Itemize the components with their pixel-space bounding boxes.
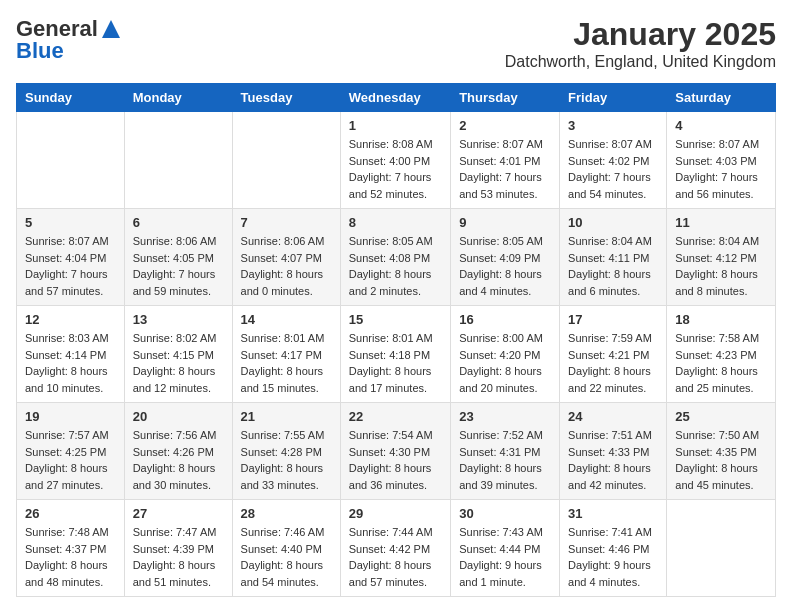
day-number: 17 xyxy=(568,312,658,327)
calendar-week-row: 19Sunrise: 7:57 AMSunset: 4:25 PMDayligh… xyxy=(17,403,776,500)
calendar-cell: 22Sunrise: 7:54 AMSunset: 4:30 PMDayligh… xyxy=(340,403,450,500)
day-info: Sunrise: 8:04 AMSunset: 4:12 PMDaylight:… xyxy=(675,233,767,299)
calendar-cell: 20Sunrise: 7:56 AMSunset: 4:26 PMDayligh… xyxy=(124,403,232,500)
calendar-cell: 1Sunrise: 8:08 AMSunset: 4:00 PMDaylight… xyxy=(340,112,450,209)
day-info: Sunrise: 8:01 AMSunset: 4:18 PMDaylight:… xyxy=(349,330,442,396)
calendar-cell: 28Sunrise: 7:46 AMSunset: 4:40 PMDayligh… xyxy=(232,500,340,597)
day-number: 15 xyxy=(349,312,442,327)
calendar-cell: 27Sunrise: 7:47 AMSunset: 4:39 PMDayligh… xyxy=(124,500,232,597)
day-number: 19 xyxy=(25,409,116,424)
logo-icon xyxy=(100,18,122,40)
day-info: Sunrise: 8:00 AMSunset: 4:20 PMDaylight:… xyxy=(459,330,551,396)
day-info: Sunrise: 7:51 AMSunset: 4:33 PMDaylight:… xyxy=(568,427,658,493)
calendar-cell: 13Sunrise: 8:02 AMSunset: 4:15 PMDayligh… xyxy=(124,306,232,403)
day-number: 30 xyxy=(459,506,551,521)
calendar-week-row: 1Sunrise: 8:08 AMSunset: 4:00 PMDaylight… xyxy=(17,112,776,209)
calendar-cell: 25Sunrise: 7:50 AMSunset: 4:35 PMDayligh… xyxy=(667,403,776,500)
day-number: 3 xyxy=(568,118,658,133)
day-number: 13 xyxy=(133,312,224,327)
calendar-cell: 2Sunrise: 8:07 AMSunset: 4:01 PMDaylight… xyxy=(451,112,560,209)
page-header: General Blue January 2025 Datchworth, En… xyxy=(16,16,776,71)
day-info: Sunrise: 8:03 AMSunset: 4:14 PMDaylight:… xyxy=(25,330,116,396)
calendar-cell: 14Sunrise: 8:01 AMSunset: 4:17 PMDayligh… xyxy=(232,306,340,403)
day-number: 23 xyxy=(459,409,551,424)
calendar-cell: 7Sunrise: 8:06 AMSunset: 4:07 PMDaylight… xyxy=(232,209,340,306)
day-info: Sunrise: 8:05 AMSunset: 4:09 PMDaylight:… xyxy=(459,233,551,299)
calendar-week-row: 5Sunrise: 8:07 AMSunset: 4:04 PMDaylight… xyxy=(17,209,776,306)
weekday-header-row: SundayMondayTuesdayWednesdayThursdayFrid… xyxy=(17,84,776,112)
calendar-table: SundayMondayTuesdayWednesdayThursdayFrid… xyxy=(16,83,776,597)
day-info: Sunrise: 7:46 AMSunset: 4:40 PMDaylight:… xyxy=(241,524,332,590)
day-info: Sunrise: 7:50 AMSunset: 4:35 PMDaylight:… xyxy=(675,427,767,493)
weekday-header-wednesday: Wednesday xyxy=(340,84,450,112)
calendar-cell: 18Sunrise: 7:58 AMSunset: 4:23 PMDayligh… xyxy=(667,306,776,403)
day-number: 18 xyxy=(675,312,767,327)
day-number: 5 xyxy=(25,215,116,230)
calendar-cell: 6Sunrise: 8:06 AMSunset: 4:05 PMDaylight… xyxy=(124,209,232,306)
logo-blue-text: Blue xyxy=(16,38,64,64)
svg-marker-0 xyxy=(102,20,120,38)
day-info: Sunrise: 8:05 AMSunset: 4:08 PMDaylight:… xyxy=(349,233,442,299)
day-number: 2 xyxy=(459,118,551,133)
logo: General Blue xyxy=(16,16,122,64)
day-info: Sunrise: 7:47 AMSunset: 4:39 PMDaylight:… xyxy=(133,524,224,590)
calendar-cell xyxy=(232,112,340,209)
day-number: 20 xyxy=(133,409,224,424)
day-number: 9 xyxy=(459,215,551,230)
calendar-cell: 23Sunrise: 7:52 AMSunset: 4:31 PMDayligh… xyxy=(451,403,560,500)
day-info: Sunrise: 7:43 AMSunset: 4:44 PMDaylight:… xyxy=(459,524,551,590)
day-number: 21 xyxy=(241,409,332,424)
day-info: Sunrise: 7:44 AMSunset: 4:42 PMDaylight:… xyxy=(349,524,442,590)
day-info: Sunrise: 8:08 AMSunset: 4:00 PMDaylight:… xyxy=(349,136,442,202)
calendar-cell: 8Sunrise: 8:05 AMSunset: 4:08 PMDaylight… xyxy=(340,209,450,306)
weekday-header-sunday: Sunday xyxy=(17,84,125,112)
calendar-cell: 10Sunrise: 8:04 AMSunset: 4:11 PMDayligh… xyxy=(560,209,667,306)
day-info: Sunrise: 8:07 AMSunset: 4:02 PMDaylight:… xyxy=(568,136,658,202)
day-info: Sunrise: 7:57 AMSunset: 4:25 PMDaylight:… xyxy=(25,427,116,493)
calendar-cell: 12Sunrise: 8:03 AMSunset: 4:14 PMDayligh… xyxy=(17,306,125,403)
day-number: 29 xyxy=(349,506,442,521)
calendar-cell xyxy=(124,112,232,209)
calendar-cell: 4Sunrise: 8:07 AMSunset: 4:03 PMDaylight… xyxy=(667,112,776,209)
day-info: Sunrise: 8:02 AMSunset: 4:15 PMDaylight:… xyxy=(133,330,224,396)
calendar-cell: 9Sunrise: 8:05 AMSunset: 4:09 PMDaylight… xyxy=(451,209,560,306)
weekday-header-thursday: Thursday xyxy=(451,84,560,112)
day-number: 24 xyxy=(568,409,658,424)
day-number: 16 xyxy=(459,312,551,327)
calendar-cell: 21Sunrise: 7:55 AMSunset: 4:28 PMDayligh… xyxy=(232,403,340,500)
day-number: 12 xyxy=(25,312,116,327)
weekday-header-saturday: Saturday xyxy=(667,84,776,112)
weekday-header-friday: Friday xyxy=(560,84,667,112)
day-number: 27 xyxy=(133,506,224,521)
calendar-week-row: 12Sunrise: 8:03 AMSunset: 4:14 PMDayligh… xyxy=(17,306,776,403)
month-title: January 2025 xyxy=(505,16,776,53)
day-number: 8 xyxy=(349,215,442,230)
day-info: Sunrise: 7:59 AMSunset: 4:21 PMDaylight:… xyxy=(568,330,658,396)
day-number: 7 xyxy=(241,215,332,230)
calendar-cell: 5Sunrise: 8:07 AMSunset: 4:04 PMDaylight… xyxy=(17,209,125,306)
day-info: Sunrise: 8:06 AMSunset: 4:05 PMDaylight:… xyxy=(133,233,224,299)
calendar-cell: 26Sunrise: 7:48 AMSunset: 4:37 PMDayligh… xyxy=(17,500,125,597)
calendar-cell: 3Sunrise: 8:07 AMSunset: 4:02 PMDaylight… xyxy=(560,112,667,209)
calendar-cell: 11Sunrise: 8:04 AMSunset: 4:12 PMDayligh… xyxy=(667,209,776,306)
calendar-cell: 24Sunrise: 7:51 AMSunset: 4:33 PMDayligh… xyxy=(560,403,667,500)
day-info: Sunrise: 8:07 AMSunset: 4:01 PMDaylight:… xyxy=(459,136,551,202)
day-number: 14 xyxy=(241,312,332,327)
calendar-cell: 17Sunrise: 7:59 AMSunset: 4:21 PMDayligh… xyxy=(560,306,667,403)
day-info: Sunrise: 7:48 AMSunset: 4:37 PMDaylight:… xyxy=(25,524,116,590)
calendar-week-row: 26Sunrise: 7:48 AMSunset: 4:37 PMDayligh… xyxy=(17,500,776,597)
day-info: Sunrise: 7:56 AMSunset: 4:26 PMDaylight:… xyxy=(133,427,224,493)
calendar-cell: 29Sunrise: 7:44 AMSunset: 4:42 PMDayligh… xyxy=(340,500,450,597)
title-block: January 2025 Datchworth, England, United… xyxy=(505,16,776,71)
day-info: Sunrise: 8:07 AMSunset: 4:04 PMDaylight:… xyxy=(25,233,116,299)
day-number: 10 xyxy=(568,215,658,230)
calendar-cell xyxy=(17,112,125,209)
day-info: Sunrise: 7:41 AMSunset: 4:46 PMDaylight:… xyxy=(568,524,658,590)
day-info: Sunrise: 7:55 AMSunset: 4:28 PMDaylight:… xyxy=(241,427,332,493)
day-info: Sunrise: 7:54 AMSunset: 4:30 PMDaylight:… xyxy=(349,427,442,493)
calendar-cell xyxy=(667,500,776,597)
day-info: Sunrise: 8:04 AMSunset: 4:11 PMDaylight:… xyxy=(568,233,658,299)
day-number: 31 xyxy=(568,506,658,521)
day-info: Sunrise: 7:52 AMSunset: 4:31 PMDaylight:… xyxy=(459,427,551,493)
day-number: 4 xyxy=(675,118,767,133)
